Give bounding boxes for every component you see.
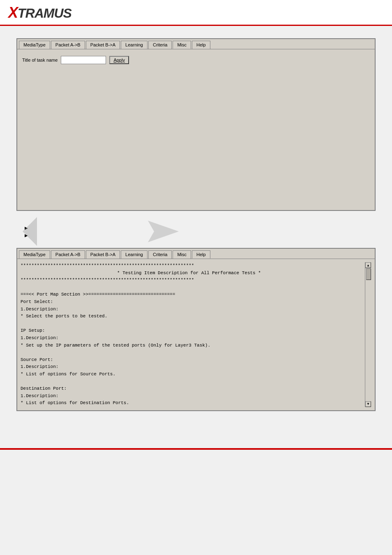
tab-learning-bottom[interactable]: Learning bbox=[121, 250, 148, 259]
tab-mediatype-bottom[interactable]: MediaType bbox=[19, 250, 50, 259]
bottom-panel-tabs: MediaType Packet A->B Packet B->A Learni… bbox=[17, 249, 375, 259]
help-ip-setup-detail: * Set up the IP parameters of the tested… bbox=[21, 342, 357, 349]
scroll-up-arrow[interactable]: ▲ bbox=[365, 262, 371, 268]
logo-x: X bbox=[8, 4, 18, 21]
scroll-down-arrow[interactable]: ▼ bbox=[365, 401, 371, 407]
bottom-panel-content: ****************************************… bbox=[17, 259, 375, 410]
help-wrapper: ****************************************… bbox=[21, 262, 371, 407]
help-header-stars1: ****************************************… bbox=[21, 262, 357, 270]
help-text: ****************************************… bbox=[21, 262, 365, 407]
footer-line bbox=[0, 448, 392, 450]
deco-left-arrow bbox=[16, 215, 37, 248]
help-ip-setup-desc: 1.Description: bbox=[21, 335, 357, 342]
help-ip-setup-title: IP Setup: bbox=[21, 327, 357, 335]
header: XTRAMUS bbox=[0, 0, 392, 26]
tab-misc-bottom[interactable]: Misc bbox=[173, 250, 191, 259]
top-panel-content: Title of task name Apply bbox=[17, 49, 375, 206]
tab-help-top[interactable]: Help bbox=[192, 41, 210, 49]
svg-marker-1 bbox=[23, 217, 37, 246]
tab-mediatype-top[interactable]: MediaType bbox=[19, 41, 50, 49]
scrollbar-vertical[interactable]: ▲ ▼ bbox=[365, 262, 371, 407]
scroll-track bbox=[365, 268, 371, 401]
help-source-port-detail: * List of options for Source Ports. bbox=[21, 371, 357, 378]
decorative-area bbox=[16, 219, 376, 244]
task-name-row: Title of task name Apply bbox=[22, 56, 370, 64]
help-port-map-section: ===<< Port Map Section >>===============… bbox=[21, 291, 357, 298]
help-source-port-desc: 1.Description: bbox=[21, 363, 357, 371]
help-dest-port-desc: 1.Description: bbox=[21, 393, 357, 400]
top-panel: MediaType Packet A->B Packet B->A Learni… bbox=[16, 38, 376, 211]
apply-button[interactable]: Apply bbox=[109, 56, 129, 64]
tab-criteria-bottom[interactable]: Criteria bbox=[148, 250, 172, 259]
task-name-input[interactable] bbox=[61, 56, 106, 64]
deco-chevron bbox=[119, 219, 201, 244]
tab-misc-top[interactable]: Misc bbox=[173, 41, 191, 49]
scroll-thumb[interactable] bbox=[366, 268, 371, 280]
task-label: Title of task name bbox=[22, 58, 58, 62]
tab-packet-ba-bottom[interactable]: Packet B->A bbox=[86, 250, 120, 259]
svg-marker-0 bbox=[148, 221, 179, 243]
help-dest-port-title: Destination Port: bbox=[21, 385, 357, 393]
help-header-stars2: ****************************************… bbox=[21, 277, 357, 284]
help-port-select-title: Port Select: bbox=[21, 298, 357, 306]
help-port-select-detail: * Select the ports to be tested. bbox=[21, 313, 357, 320]
tab-packet-ba-top[interactable]: Packet B->A bbox=[86, 41, 120, 49]
main-content: MediaType Packet A->B Packet B->A Learni… bbox=[0, 26, 392, 432]
help-header-title: * Testing Item Description for All Perfo… bbox=[21, 270, 357, 277]
tab-criteria-top[interactable]: Criteria bbox=[148, 41, 172, 49]
help-source-port-title: Source Port: bbox=[21, 356, 357, 364]
tab-packet-ab-top[interactable]: Packet A->B bbox=[51, 41, 85, 49]
help-dest-port-detail: * List of options for Destination Ports. bbox=[21, 400, 357, 407]
help-port-select-desc: 1.Description: bbox=[21, 306, 357, 313]
tab-learning-top[interactable]: Learning bbox=[121, 41, 148, 49]
logo-rest: TRAMUS bbox=[18, 6, 71, 21]
tab-help-bottom[interactable]: Help bbox=[192, 250, 210, 259]
top-panel-tabs: MediaType Packet A->B Packet B->A Learni… bbox=[17, 39, 375, 49]
tab-packet-ab-bottom[interactable]: Packet A->B bbox=[51, 250, 85, 259]
bottom-panel: MediaType Packet A->B Packet B->A Learni… bbox=[16, 248, 376, 411]
logo: XTRAMUS bbox=[8, 4, 71, 21]
